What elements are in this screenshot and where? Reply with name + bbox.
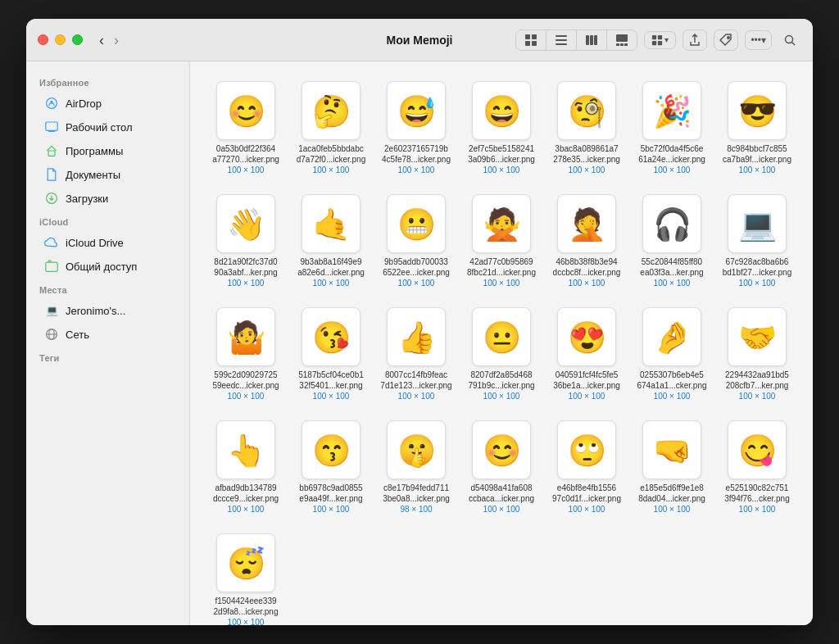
- file-size: 100 × 100: [313, 279, 350, 288]
- file-item[interactable]: 😬9b95addb700033 6522ee...icker.png100 × …: [377, 191, 456, 291]
- file-size: 100 × 100: [483, 505, 520, 514]
- maximize-button[interactable]: [72, 34, 83, 45]
- file-size: 100 × 100: [569, 279, 605, 288]
- file-item[interactable]: 🤝2294432aa91bd5 208cfb7...ker.png100 × 1…: [718, 304, 796, 404]
- file-item[interactable]: 👆afbad9db134789 dccce9...icker.png100 × …: [206, 417, 285, 517]
- file-item[interactable]: 😄2ef7c5be5158241 3a09b6...icker.png100 ×…: [462, 78, 541, 178]
- sidebar-item-desktop-label: Рабочий стол: [66, 121, 133, 134]
- downloads-icon: [44, 191, 59, 206]
- file-thumbnail: 👆: [216, 420, 275, 479]
- file-thumbnail: 🤌: [642, 307, 701, 366]
- desktop-icon: [44, 120, 59, 134]
- tags-label: Теги: [26, 347, 189, 366]
- sidebar-item-programs[interactable]: Программы: [31, 139, 184, 162]
- file-item[interactable]: 💻67c928ac8ba6b6 bd1bf27...icker.png100 ×…: [718, 191, 796, 291]
- file-item[interactable]: 👋8d21a90f2fc37d0 90a3abf...ker.png100 × …: [206, 191, 285, 291]
- shared-icon: [44, 259, 59, 274]
- svg-rect-27: [46, 262, 57, 271]
- file-item[interactable]: 🤌0255307b6eb4e5 674a1a1...cker.png100 × …: [633, 304, 711, 404]
- view-options-button[interactable]: ▾: [644, 31, 676, 49]
- minimize-button[interactable]: [55, 34, 66, 45]
- close-button[interactable]: [38, 34, 48, 45]
- view-gallery-button[interactable]: [607, 30, 637, 50]
- file-item[interactable]: 😋e525190c82c751 3f94f76...cker.png100 × …: [718, 417, 796, 517]
- file-item[interactable]: 🤜e185e5d6ff9e1e8 8dad04...icker.png100 ×…: [633, 417, 711, 517]
- svg-rect-13: [624, 43, 628, 46]
- file-size: 100 × 100: [483, 166, 520, 175]
- file-item[interactable]: 🤙9b3ab8a16f49e9 a82e6d...icker.png100 × …: [292, 191, 370, 291]
- file-name: 5187b5cf04ce0b1 32f5401...ker.png: [298, 370, 364, 391]
- programs-icon: [44, 143, 59, 158]
- file-item[interactable]: 🧐3bac8a089861a7 278e35...icker.png100 × …: [547, 78, 626, 178]
- finder-window: ‹ › Мои Memoji ▾: [26, 19, 813, 625]
- file-thumbnail: 🤫: [387, 420, 446, 479]
- icloud-icon: [44, 235, 59, 250]
- file-name: bb6978c9ad0855 e9aa49f...ker.png: [299, 483, 362, 504]
- sidebar-item-downloads[interactable]: Загрузки: [31, 187, 184, 210]
- file-item[interactable]: 😘5187b5cf04ce0b1 32f5401...ker.png100 × …: [292, 304, 370, 404]
- sidebar-item-documents[interactable]: Документы: [31, 163, 184, 186]
- tag-button[interactable]: [714, 29, 738, 51]
- sidebar-item-network[interactable]: Сеть: [31, 323, 184, 346]
- share-button[interactable]: [683, 29, 707, 51]
- search-button[interactable]: [778, 30, 801, 50]
- file-item[interactable]: 😍040591fcf4fc5fe5 36be1a...icker.png100 …: [547, 304, 626, 404]
- file-item[interactable]: 😎8c984bbcf7c855 ca7ba9f...icker.png100 ×…: [718, 78, 796, 178]
- sidebar-item-icloud-drive[interactable]: iCloud Drive: [31, 231, 184, 254]
- sidebar-item-jeronimos[interactable]: 💻 Jeronimo's...: [31, 299, 184, 322]
- file-thumbnail: 👍: [387, 307, 446, 366]
- file-item[interactable]: 🤦46b8b38f8b3e94 dccbc8f...icker.png100 ×…: [547, 191, 626, 291]
- more-button[interactable]: •••▾: [745, 30, 772, 50]
- sidebar-item-airdrop[interactable]: AirDrop: [31, 92, 184, 115]
- svg-rect-15: [658, 34, 662, 39]
- svg-text:😎: 😎: [738, 93, 778, 130]
- traffic-lights: [38, 34, 83, 45]
- sidebar: Избранное AirDrop Рабочий стол Пр: [26, 61, 190, 625]
- file-size: 100 × 100: [228, 279, 265, 288]
- file-item[interactable]: 😐8207df2a85d468 791b9c...icker.png100 × …: [462, 304, 541, 404]
- toolbar-actions: ▾ •••▾: [515, 29, 801, 51]
- file-thumbnail: 😴: [216, 533, 275, 592]
- svg-rect-25: [48, 151, 55, 156]
- file-size: 100 × 100: [313, 166, 350, 175]
- file-item[interactable]: 🙄e46bf8e4fb1556 97c0d1f...icker.png100 ×…: [547, 417, 626, 517]
- file-thumbnail: 🤦: [557, 194, 616, 253]
- view-column-button[interactable]: [577, 30, 607, 50]
- file-size: 100 × 100: [483, 279, 520, 288]
- file-name: 9b95addb700033 6522ee...icker.png: [383, 256, 450, 278]
- back-button[interactable]: ‹: [96, 31, 107, 49]
- svg-point-18: [728, 36, 729, 38]
- svg-text:🙄: 🙄: [568, 432, 607, 469]
- file-size: 100 × 100: [313, 392, 350, 401]
- places-label: Места: [26, 279, 189, 298]
- file-size: 100 × 100: [398, 392, 435, 401]
- file-name: 0255307b6eb4e5 674a1a1...cker.png: [637, 370, 706, 391]
- file-item[interactable]: 😙bb6978c9ad0855 e9aa49f...ker.png100 × 1…: [292, 417, 370, 517]
- file-item[interactable]: 😊d54098a41fa608 ccbaca...icker.png100 × …: [462, 417, 541, 517]
- file-item[interactable]: 👍8007cc14fb9feac 7d1e123...icker.png100 …: [377, 304, 456, 404]
- file-name: 67c928ac8ba6b6 bd1bf27...icker.png: [723, 256, 792, 278]
- sidebar-item-desktop[interactable]: Рабочий стол: [31, 116, 184, 138]
- file-item[interactable]: 🎧55c20844f85ff80 ea03f3a...ker.png100 × …: [633, 191, 711, 291]
- sidebar-item-shared[interactable]: Общий доступ: [31, 255, 184, 278]
- file-item[interactable]: 🤫c8e17b94fedd711 3be0a8...icker.png98 × …: [377, 417, 456, 517]
- forward-button[interactable]: ›: [111, 31, 122, 49]
- svg-rect-17: [658, 40, 662, 44]
- icloud-label: iCloud: [26, 211, 189, 230]
- file-item[interactable]: 🎉5bc72f0da4f5c6e 61a24e...icker.png100 ×…: [633, 78, 711, 178]
- view-list-button[interactable]: [546, 30, 577, 50]
- file-item[interactable]: 🤷599c2d09029725 59eedc...icker.png100 × …: [206, 304, 285, 404]
- file-thumbnail: 👋: [216, 194, 275, 253]
- file-item[interactable]: 😴f1504424eee339 2d9fa8...icker.png100 × …: [206, 530, 285, 625]
- file-item[interactable]: 🙅42ad77c0b95869 8fbc21d...icker.png100 ×…: [462, 191, 541, 291]
- file-thumbnail: 🎧: [642, 194, 701, 253]
- view-grid-button[interactable]: [516, 30, 546, 50]
- file-name: 2ef7c5be5158241 3a09b6...icker.png: [468, 143, 535, 165]
- file-item[interactable]: 😅2e60237165719b 4c5fe78...icker.png100 ×…: [377, 78, 456, 178]
- files-grid: 😊0a53b0df22f364 a77270...icker.png100 × …: [206, 78, 796, 625]
- file-item[interactable]: 😊0a53b0df22f364 a77270...icker.png100 × …: [206, 78, 285, 178]
- file-item[interactable]: 🤔1aca0feb5bbdabc d7a72f0...icker.png100 …: [292, 78, 370, 178]
- svg-text:🤜: 🤜: [653, 432, 692, 469]
- network-icon: [44, 327, 59, 342]
- file-thumbnail: 😘: [302, 307, 361, 366]
